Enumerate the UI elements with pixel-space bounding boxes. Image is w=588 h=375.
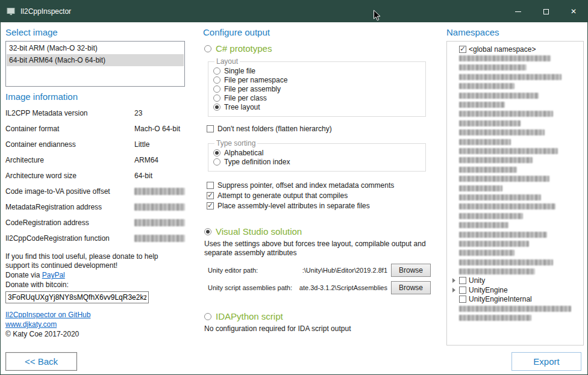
namespace-item[interactable] [449,91,581,100]
radio-icon [213,149,220,157]
redacted-namespace [459,157,533,163]
image-option[interactable]: 32-bit ARM (Mach-O 32-bit) [7,42,184,54]
namespace-item[interactable] [449,184,581,193]
unity-path-fields: Unity editor path::\Unity\Hub\Editor\201… [208,264,431,294]
app-icon [7,7,16,16]
namespace-item[interactable] [449,82,581,91]
namespace-item[interactable] [449,220,581,229]
redacted-value [134,235,185,242]
redacted-namespace [459,93,539,99]
layout-groupbox: Layout Single fileFile per namespaceFile… [208,57,426,117]
radio-icon [204,228,211,235]
redacted-namespace [459,64,527,70]
layout-option[interactable]: File per class [213,93,421,102]
flatten-option[interactable]: Don't nest folders (flatten hierarchy) [207,124,431,133]
info-label: Il2CppCodeRegistration function [5,234,134,243]
namespace-item[interactable] [449,249,581,258]
namespace-item[interactable] [449,267,581,276]
redacted-namespace [459,213,523,219]
output-option[interactable]: Place assembly-level attributes in separ… [207,200,431,211]
layout-option[interactable]: File per namespace [213,75,421,84]
donate-via-text: Donate via [5,271,42,279]
visual-studio-solution-radio[interactable]: Visual Studio solution [204,226,431,237]
namespace-item[interactable]: <global namespace> [449,45,581,54]
expander-icon[interactable] [451,278,457,283]
sorting-option[interactable]: Type definition index [213,157,421,166]
namespace-item[interactable] [449,239,581,248]
website-link[interactable]: www.djkaty.com [5,320,57,329]
namespace-item[interactable] [449,156,581,165]
namespace-label: Unity [469,276,485,285]
namespace-item[interactable] [449,137,581,146]
redacted-namespace [459,102,505,108]
namespace-item[interactable] [449,211,581,220]
path-field: Unity editor path::\Unity\Hub\Editor\201… [208,264,431,277]
redacted-namespace [459,111,553,117]
browse-button[interactable]: Browse [391,281,431,294]
redacted-namespace [459,55,551,61]
output-option[interactable]: Attempt to generate output that compiles [207,190,431,200]
back-button[interactable]: << Back [5,352,77,371]
namespaces-tree[interactable]: <global namespace>UnityUnityEngineUnityE… [446,41,584,346]
redacted-namespace [459,259,553,265]
namespace-item[interactable]: UnityEngine [449,285,581,294]
radio-icon [213,95,220,102]
namespace-item[interactable] [449,174,581,183]
info-label: Code image-to-VA positive offset [5,187,134,196]
namespace-item[interactable] [449,313,581,322]
app-window: Il2CppInspector ✕ Select image 32-bit AR… [0,0,588,375]
redacted-namespace [459,176,549,182]
maximize-button[interactable] [532,1,560,22]
info-label: Architecture [5,156,134,164]
close-icon: ✕ [571,8,577,15]
select-image-heading: Select image [5,27,185,37]
info-value: ARM64 [134,156,158,164]
namespace-item[interactable] [449,146,581,155]
flatten-checkbox-container: Don't nest folders (flatten hierarchy) [207,124,431,133]
namespace-item[interactable] [449,202,581,211]
close-button[interactable]: ✕ [560,1,587,22]
namespace-item[interactable] [449,258,581,267]
layout-option[interactable]: Single file [213,66,421,75]
bitcoin-address-input[interactable] [5,291,149,303]
csharp-prototypes-label: C# prototypes [216,43,272,54]
info-label: Container format [5,125,134,133]
namespace-item[interactable]: Unity [449,276,581,285]
namespace-item[interactable] [449,63,581,72]
namespace-item[interactable] [449,304,581,313]
namespace-item[interactable] [449,165,581,174]
namespace-item[interactable] [449,119,581,128]
layout-option[interactable]: File per assembly [213,84,421,93]
namespace-item[interactable]: UnityEngineInternal [449,295,581,304]
paypal-link[interactable]: PayPal [42,271,65,279]
titlebar[interactable]: Il2CppInspector ✕ [1,1,587,22]
option-label: Type definition index [224,158,290,166]
github-link[interactable]: Il2CppInspector on GitHub [5,311,90,319]
browse-button[interactable]: Browse [391,264,431,277]
image-option[interactable]: 64-bit ARM64 (Mach-O 64-bit) [7,54,184,66]
namespace-item[interactable] [449,72,581,81]
radio-icon [213,158,220,166]
layout-option[interactable]: Tree layout [213,102,421,111]
sorting-option[interactable]: Alphabetical [213,148,421,157]
csharp-prototypes-radio[interactable]: C# prototypes [204,43,431,54]
maximize-icon [543,9,549,14]
namespace-label: <global namespace> [469,45,536,54]
idapython-script-radio[interactable]: IDAPython script [204,311,431,321]
output-option[interactable]: Suppress pointer, offset and index metad… [207,180,431,190]
namespace-item[interactable] [449,128,581,137]
expander-icon[interactable] [451,288,457,293]
option-label: Suppress pointer, offset and index metad… [217,181,394,190]
info-row: ArchitectureARM64 [5,152,185,168]
minimize-button[interactable] [504,1,532,22]
namespace-item[interactable] [449,54,581,63]
export-button[interactable]: Export [511,352,581,371]
redacted-value [134,203,185,211]
type-sorting-groupbox: Type sorting AlphabeticalType definition… [208,139,426,172]
namespace-item[interactable] [449,230,581,239]
namespace-item[interactable] [449,193,581,202]
image-listbox[interactable]: 32-bit ARM (Mach-O 32-bit)64-bit ARM64 (… [5,41,185,87]
info-label: Container endianness [5,140,134,149]
namespace-item[interactable] [449,110,581,119]
namespace-item[interactable] [449,100,581,109]
